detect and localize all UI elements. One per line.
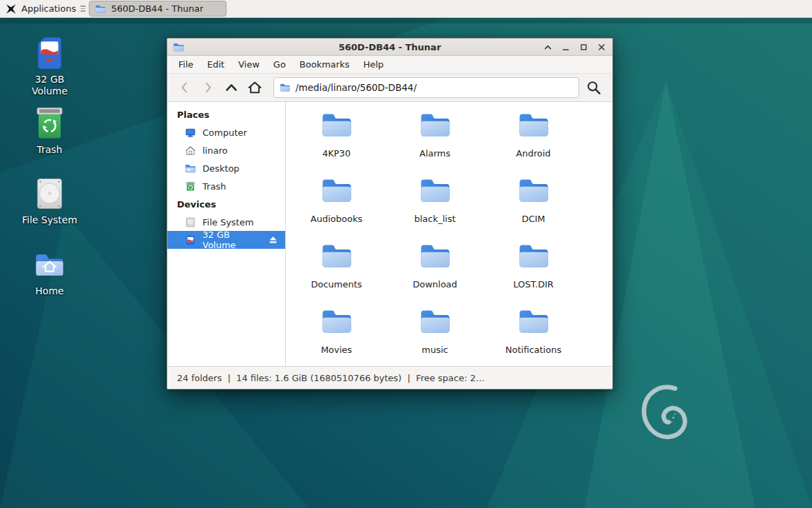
desktop-icon-label: Home	[35, 285, 63, 297]
eject-button[interactable]	[267, 234, 279, 246]
file-view[interactable]: 4KP30 Alarms Android	[286, 102, 612, 366]
sidebar-item-icon	[185, 145, 196, 156]
places-list: Computer linaro Desktop	[167, 123, 285, 195]
menu-item[interactable]: Bookmarks	[293, 57, 357, 72]
desktop-icon-label: 32 GB Volume	[18, 74, 81, 96]
folder-item[interactable]: music	[386, 305, 484, 366]
search-icon	[585, 79, 602, 96]
up-button[interactable]	[221, 77, 242, 98]
taskbar-window-button[interactable]: 560D-DB44 - Thunar	[89, 1, 227, 17]
window-body: Places Computer linaro	[167, 102, 612, 366]
panel-grip-handle[interactable]	[80, 6, 89, 12]
sidebar-device-item[interactable]: 32 GB Volume	[167, 231, 285, 249]
desktop-icon-label: File System	[22, 214, 77, 226]
folder-item[interactable]: DCIM	[484, 174, 583, 239]
folder-name: Documents	[311, 279, 362, 289]
search-button[interactable]	[582, 77, 605, 99]
eject-icon	[267, 234, 279, 246]
menu-item[interactable]: Go	[267, 57, 293, 72]
menu-item[interactable]: Help	[356, 57, 391, 72]
folder-item[interactable]: LOST.DIR	[484, 239, 583, 305]
folder-item[interactable]: Audiobooks	[287, 174, 386, 239]
sidebar-place-item[interactable]: Computer	[167, 123, 285, 141]
menu-item[interactable]: Edit	[200, 57, 231, 72]
top-panel: Applications 560D-DB44 - Thunar	[0, 0, 812, 18]
applications-icon	[5, 3, 17, 15]
applications-menu-button[interactable]: Applications	[0, 0, 80, 17]
folder-icon	[320, 239, 353, 272]
background-shade-band	[0, 18, 812, 23]
taskbar-window-label: 560D-DB44 - Thunar	[111, 3, 203, 14]
folder-item[interactable]: Documents	[287, 239, 386, 305]
titlebar[interactable]: 560D-DB44 - Thunar	[167, 39, 612, 56]
menu-item[interactable]: File	[171, 57, 200, 72]
folder-icon	[419, 174, 452, 207]
folder-name: music	[421, 345, 448, 355]
path-text: /media/linaro/560D-DB44/	[295, 82, 417, 93]
folder-icon	[517, 239, 550, 272]
home-button[interactable]	[244, 77, 265, 98]
folder-grid: 4KP30 Alarms Android	[286, 102, 612, 366]
folder-item[interactable]: Movies	[287, 305, 386, 366]
folder-name: Movies	[321, 345, 352, 355]
folder-name: Download	[413, 279, 457, 289]
folder-icon	[517, 108, 550, 141]
sidebar: Places Computer linaro	[167, 102, 286, 366]
folder-icon	[320, 108, 353, 141]
maximize-icon	[579, 43, 588, 52]
sidebar-item-icon	[185, 127, 196, 139]
desktop-icon-image	[34, 175, 65, 210]
sidebar-place-item[interactable]: linaro	[167, 141, 285, 159]
folder-item[interactable]: Download	[386, 239, 484, 305]
statusbar-text: 24 folders | 14 files: 1.6 GiB (16805107…	[177, 373, 485, 383]
minimize-button[interactable]	[560, 41, 571, 52]
folder-name: Audiobooks	[311, 214, 362, 224]
folder-item[interactable]: Android	[484, 108, 583, 174]
menu-item[interactable]: View	[231, 57, 267, 72]
sidebar-item-icon	[185, 234, 196, 246]
path-folder-icon	[280, 82, 291, 93]
sidebar-device-item[interactable]: File System	[167, 213, 285, 231]
sidebar-item-label: Computer	[202, 128, 247, 138]
folder-icon	[419, 305, 452, 338]
sidebar-place-item[interactable]: Trash	[167, 177, 285, 195]
sidebar-item-icon	[185, 163, 196, 174]
desktop-icon[interactable]: 32 GB Volume	[14, 34, 85, 96]
desktop-icon[interactable]: File System	[14, 175, 85, 226]
folder-item[interactable]: Notifications	[484, 305, 583, 366]
up-icon	[223, 79, 240, 96]
folder-name: Alarms	[419, 148, 450, 159]
sidebar-item-label: Desktop	[202, 163, 240, 174]
folder-name: 4KP30	[322, 148, 351, 159]
devices-header: Devices	[167, 195, 285, 213]
folder-icon	[95, 3, 106, 14]
desktop-icon[interactable]: Trash	[14, 105, 85, 156]
shade-button[interactable]	[542, 41, 553, 52]
debian-swirl-logo	[636, 376, 689, 451]
folder-icon	[320, 305, 353, 338]
path-input[interactable]: /media/linaro/560D-DB44/	[273, 77, 579, 98]
menubar: File Edit View Go Bookmarks Help	[167, 56, 612, 74]
folder-name: LOST.DIR	[513, 279, 554, 289]
forward-button[interactable]	[198, 77, 218, 98]
chevron-up-icon	[543, 43, 552, 52]
folder-icon	[517, 305, 550, 338]
folder-item[interactable]: black_list	[386, 174, 484, 239]
sidebar-item-label: Trash	[202, 181, 226, 192]
forward-icon	[200, 80, 216, 95]
sidebar-item-label: File System	[202, 217, 253, 227]
close-icon	[597, 43, 606, 52]
back-icon	[177, 80, 192, 95]
desktop-icon[interactable]: Home	[14, 246, 85, 297]
sidebar-item-label: 32 GB Volume	[202, 230, 261, 250]
folder-icon	[517, 174, 550, 207]
close-button[interactable]	[596, 41, 607, 52]
folder-name: Notifications	[506, 345, 561, 355]
folder-item[interactable]: Alarms	[386, 108, 484, 174]
folder-icon	[320, 174, 353, 207]
sidebar-item-icon	[185, 216, 196, 228]
folder-item[interactable]: 4KP30	[287, 108, 386, 174]
maximize-button[interactable]	[578, 41, 589, 52]
back-button[interactable]	[174, 77, 195, 98]
sidebar-place-item[interactable]: Desktop	[167, 159, 285, 177]
